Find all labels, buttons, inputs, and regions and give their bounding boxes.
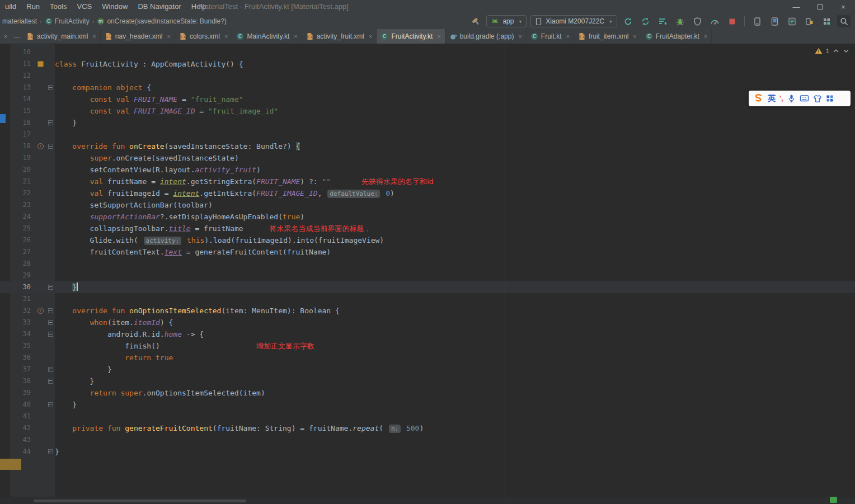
device-manager-icon[interactable] — [750, 15, 764, 27]
ime-keyboard-icon[interactable] — [800, 95, 809, 102]
breadcrumb-item[interactable]: materialtest — [2, 17, 37, 25]
class-marker-icon[interactable] — [35, 58, 46, 70]
tab-fruit-item-xml[interactable]: fruit_item.xml× — [574, 29, 641, 44]
logcat-icon[interactable] — [785, 15, 798, 27]
tab-close-icon[interactable]: × — [224, 33, 228, 40]
code-line-30[interactable]: 30⌐ } — [0, 281, 855, 293]
profiler-icon[interactable] — [708, 15, 721, 27]
fold-marker-icon[interactable]: ⌐ — [46, 281, 55, 293]
line-number[interactable]: 32 — [0, 305, 35, 317]
horizontal-scrollbar[interactable] — [0, 497, 855, 504]
code-line-33[interactable]: 33− when(item.itemId) { — [0, 317, 855, 328]
fold-marker-icon[interactable]: − — [46, 82, 55, 93]
build-hammer-icon[interactable] — [469, 15, 482, 27]
menu-item-run[interactable]: Run — [21, 0, 45, 13]
fold-marker-icon[interactable]: − — [46, 305, 55, 317]
tab-close-icon[interactable]: × — [518, 33, 522, 40]
code-line-28[interactable]: 28 — [0, 258, 855, 270]
code-line-16[interactable]: 16⌐ } — [0, 117, 855, 129]
code-line-13[interactable]: 13− companion object { — [0, 82, 855, 93]
code-line-26[interactable]: 26 Glide.with( activity: this).load(frui… — [0, 234, 855, 246]
code-line-31[interactable]: 31 — [0, 293, 855, 305]
override-marker-icon[interactable]: ↑ — [35, 305, 46, 317]
more-tool-windows-icon[interactable] — [820, 15, 833, 27]
line-number[interactable]: 38 — [0, 375, 35, 387]
tab-fruitadapter-kt[interactable]: CFruitAdapter.kt× — [641, 29, 712, 44]
fold-marker-icon[interactable]: ⌐ — [46, 446, 55, 458]
code-line-10[interactable]: 10 — [0, 46, 855, 58]
code-line-32[interactable]: 32↑− override fun onOptionsItemSelected(… — [0, 305, 855, 317]
line-number[interactable]: 19 — [0, 152, 35, 164]
line-number[interactable]: 22 — [0, 187, 35, 199]
tab-strip-close-icon[interactable]: × — [0, 29, 11, 44]
tab-fruit-kt[interactable]: CFruit.kt× — [527, 29, 574, 44]
line-number[interactable]: 40 — [0, 399, 35, 411]
ime-skin-icon[interactable] — [813, 95, 822, 103]
tab-close-icon[interactable]: × — [633, 33, 636, 40]
line-number[interactable]: 10 — [0, 46, 35, 58]
breadcrumb-item[interactable]: monCreate(savedInstanceState: Bundle?) — [97, 17, 226, 25]
attach-debugger-icon[interactable] — [673, 15, 687, 27]
code-line-38[interactable]: 38⌐ } — [0, 375, 855, 387]
code-line-14[interactable]: 14 const val FRUIT_NAME = "fruit_name" — [0, 93, 855, 105]
line-number[interactable]: 28 — [0, 258, 35, 270]
tab-activity-fruit-xml[interactable]: activity_fruit.xml× — [302, 29, 377, 44]
line-number[interactable]: 24 — [0, 211, 35, 223]
line-number[interactable]: 41 — [0, 411, 35, 422]
horizontal-scrollbar-thumb[interactable] — [34, 500, 246, 502]
code-line-17[interactable]: 17 — [0, 129, 855, 140]
code-line-42[interactable]: 42 private fun generateFruitContent(frui… — [0, 422, 855, 434]
sogou-logo-icon[interactable] — [753, 93, 764, 104]
fold-collapse-icon[interactable]: − — [48, 320, 53, 325]
tab-strip-minimize-icon[interactable]: — — [11, 29, 22, 44]
code-line-21[interactable]: 21 val fruitName = intent.getStringExtra… — [0, 176, 855, 187]
line-number[interactable]: 21 — [0, 176, 35, 187]
ime-punctuation-toggle[interactable]: ’, — [779, 95, 783, 102]
code-line-23[interactable]: 23 setSupportActionBar(toolbar) — [0, 199, 855, 211]
fold-marker-icon[interactable]: ⌐ — [46, 117, 55, 129]
fold-end-icon[interactable]: ⌐ — [48, 367, 53, 372]
tab-close-icon[interactable]: × — [92, 33, 96, 40]
fold-collapse-icon[interactable]: − — [48, 332, 53, 337]
menu-item-window[interactable]: Window — [97, 0, 133, 13]
code-line-41[interactable]: 41 — [0, 411, 855, 422]
search-icon[interactable] — [837, 15, 851, 27]
tab-build-gradle-app-[interactable]: build.gradle (:app)× — [445, 29, 527, 44]
line-number[interactable]: 20 — [0, 164, 35, 176]
build-variants-icon[interactable] — [656, 15, 669, 27]
code-line-40[interactable]: 40⌐ } — [0, 399, 855, 411]
line-number[interactable]: 18 — [0, 140, 35, 152]
line-number[interactable]: 33 — [0, 317, 35, 328]
ime-mic-icon[interactable] — [787, 94, 796, 103]
tab-colors-xml[interactable]: colors.xml× — [175, 29, 232, 44]
fold-marker-icon[interactable]: ⌐ — [46, 375, 55, 387]
line-number[interactable]: 36 — [0, 352, 35, 364]
prev-problem-icon[interactable] — [833, 49, 839, 53]
layout-inspector-icon[interactable] — [768, 15, 781, 27]
code-line-29[interactable]: 29 — [0, 270, 855, 281]
line-number[interactable]: 17 — [0, 129, 35, 140]
sync-project-icon[interactable] — [621, 15, 635, 27]
code-line-19[interactable]: 19 super.onCreate(savedInstanceState) — [0, 152, 855, 164]
line-number[interactable]: 31 — [0, 293, 35, 305]
sync-gradle-icon[interactable] — [638, 15, 652, 27]
fold-marker-icon[interactable]: − — [46, 328, 55, 340]
menu-item-db-navigator[interactable]: DB Navigator — [133, 0, 186, 13]
warning-icon[interactable] — [815, 48, 823, 54]
tab-close-icon[interactable]: × — [704, 33, 707, 40]
line-number[interactable]: 42 — [0, 422, 35, 434]
code-line-24[interactable]: 24 supportActionBar?.setDisplayHomeAsUpE… — [0, 211, 855, 223]
code-line-39[interactable]: 39 return super.onOptionsItemSelected(it… — [0, 387, 855, 399]
fold-marker-icon[interactable]: − — [46, 317, 55, 328]
line-number[interactable]: 44 — [0, 446, 35, 458]
line-number[interactable]: 11 — [0, 58, 35, 70]
minimize-icon[interactable]: — — [784, 0, 808, 13]
menu-item-uild[interactable]: uild — [0, 0, 21, 13]
fold-end-icon[interactable]: ⌐ — [48, 449, 53, 454]
code-line-34[interactable]: 34− android.R.id.home -> { — [0, 328, 855, 340]
fold-collapse-icon[interactable]: − — [48, 308, 53, 313]
coverage-icon[interactable] — [690, 15, 704, 27]
line-number[interactable]: 27 — [0, 246, 35, 258]
line-number[interactable]: 29 — [0, 270, 35, 281]
ime-language-toggle[interactable]: 英 — [768, 93, 776, 103]
